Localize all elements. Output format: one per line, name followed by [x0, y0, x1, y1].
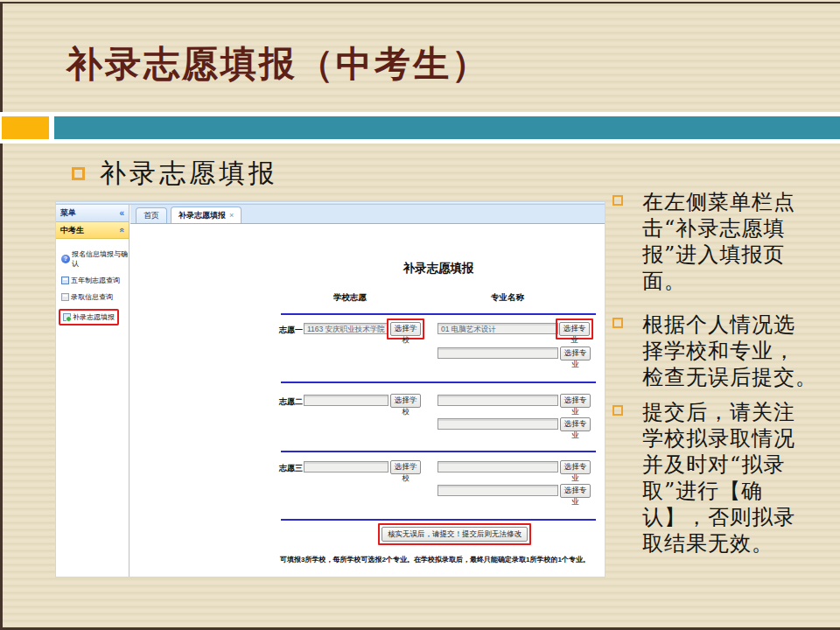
choice3-select-major2-button[interactable]: 选择专业	[560, 484, 591, 498]
slide-title: 补录志愿填报（中考生）	[66, 40, 802, 88]
section-heading: 补录志愿填报	[72, 156, 278, 192]
sidebar-item-admission-query[interactable]: 录取信息查询	[61, 292, 129, 302]
form-title: 补录志愿填报	[281, 261, 596, 276]
sidebar-item-enroll-info[interactable]: ? 报名信息填报与确认	[61, 249, 129, 269]
sidebar-item-label: 报名信息填报与确认	[72, 249, 129, 269]
choice1-select-major2-button[interactable]: 选择专业	[560, 346, 591, 360]
choice2-select-major1-button[interactable]: 选择专业	[560, 394, 591, 408]
accordion-collapse-icon[interactable]: «	[117, 228, 126, 233]
form-gray-icon	[61, 293, 69, 301]
square-bullet-icon	[72, 167, 85, 180]
choice2-select-school-button[interactable]: 选择学校	[390, 394, 421, 408]
sidebar-item-label: 五年制志愿查询	[71, 276, 120, 285]
sidebar-accordion-header[interactable]: 中考生 «	[56, 222, 129, 239]
sidebar-collapse-icon[interactable]: «	[119, 209, 124, 218]
form-footnote: 可填报3所学校，每所学校可选报2个专业。在学校拟录取后，最终只能确定录取1所学校…	[275, 555, 595, 564]
choice2-select-major2-button[interactable]: 选择专业	[560, 417, 591, 431]
square-bullet-icon	[612, 195, 623, 206]
sidebar-item-label: 录取信息查询	[71, 292, 113, 302]
choice1-major1-input[interactable]: 01 电脑艺术设计	[438, 323, 558, 334]
note-text: 在左侧菜单栏点 击“补录志愿填 报”进入填报页 面。	[642, 189, 830, 294]
choice2-major1-input[interactable]	[438, 395, 558, 406]
divider-teal-bar	[54, 116, 840, 139]
form-divider	[281, 313, 596, 315]
slide-frame-left	[0, 2, 3, 627]
sidebar-item-supplementary-apply[interactable]: 补录志愿填报	[61, 309, 129, 326]
choice1-major2-input[interactable]	[438, 347, 558, 359]
note-text: 提交后，请关注 学校拟录取情况 并及时对“拟录 取”进行【确 认】，否则拟录 取…	[642, 399, 830, 556]
app-sidebar: 菜单 « 中考生 « ? 报名信息填报与确认 五年制志愿查询 录取信息查询	[56, 205, 130, 577]
tab-label: 补录志愿填报	[178, 210, 226, 221]
sidebar-menu: ? 报名信息填报与确认 五年制志愿查询 录取信息查询 补录志愿填报	[56, 239, 129, 326]
sidebar-item-fiveyear-query[interactable]: 五年制志愿查询	[61, 276, 129, 285]
tab-close-icon[interactable]: ×	[229, 211, 234, 220]
sidebar-accordion-label: 中考生	[60, 225, 84, 236]
section-heading-label: 补录志愿填报	[100, 156, 278, 192]
slide: 补录志愿填报（中考生） 补录志愿填报 菜单 « 中考生 « ? 报名信息填报与确…	[0, 0, 840, 630]
choice2-school-input[interactable]	[304, 395, 388, 406]
sidebar-title: 菜单	[60, 207, 76, 219]
sidebar-header: 菜单 «	[56, 205, 129, 222]
choice3-select-school-button[interactable]: 选择学校	[390, 460, 421, 474]
grid-green-icon	[63, 313, 71, 321]
tab-label: 首页	[144, 210, 159, 221]
tab-bar: 首页 补录志愿填报 ×	[130, 205, 605, 224]
square-bullet-icon	[612, 318, 623, 328]
choice3-major1-input[interactable]	[438, 461, 558, 472]
square-bullet-icon	[612, 405, 623, 416]
tab-home[interactable]: 首页	[136, 207, 167, 223]
app-screenshot: 菜单 « 中考生 « ? 报名信息填报与确认 五年制志愿查询 录取信息查询	[55, 201, 606, 578]
red-highlight-box: 核实无误后，请提交！提交后则无法修改	[378, 523, 531, 545]
choice3-school-input[interactable]	[304, 461, 388, 472]
help-icon: ?	[61, 255, 70, 263]
form-divider	[281, 451, 596, 452]
choice3-major2-input[interactable]	[438, 485, 558, 496]
choice1-select-major1-button[interactable]: 选择专业	[559, 322, 590, 336]
column-header-school: 学校志愿	[315, 292, 385, 304]
choice1-school-input[interactable]: 1163 安庆职业技术学院（测试）	[304, 323, 388, 334]
choice3-select-major1-button[interactable]: 选择专业	[560, 460, 591, 474]
column-header-major: 专业名称	[472, 292, 542, 304]
divider-gold-square	[2, 116, 49, 139]
sidebar-item-label: 补录志愿填报	[73, 312, 115, 322]
slide-frame-top	[0, 2, 840, 4]
red-highlight-box: 选择专业	[556, 318, 593, 340]
choice1-select-school-button[interactable]: 选择学校	[390, 322, 421, 336]
submit-button[interactable]: 核实无误后，请提交！提交后则无法修改	[382, 527, 528, 542]
form-divider	[281, 519, 596, 521]
tab-supplementary-apply[interactable]: 补录志愿填报 ×	[171, 206, 242, 223]
choice2-major2-input[interactable]	[438, 418, 558, 430]
form-blue-icon	[61, 276, 69, 284]
red-highlight-box: 选择学校	[387, 318, 424, 340]
note-text: 根据个人情况选 择学校和专业， 检查无误后提交。	[642, 312, 830, 390]
note-block-2: 根据个人情况选 择学校和专业， 检查无误后提交。	[612, 312, 830, 390]
red-highlight-box: 补录志愿填报	[59, 309, 119, 326]
form-divider	[281, 382, 596, 383]
note-block-1: 在左侧菜单栏点 击“补录志愿填 报”进入填报页 面。	[612, 189, 830, 294]
note-block-3: 提交后，请关注 学校拟录取情况 并及时对“拟录 取”进行【确 认】，否则拟录 取…	[612, 399, 830, 556]
